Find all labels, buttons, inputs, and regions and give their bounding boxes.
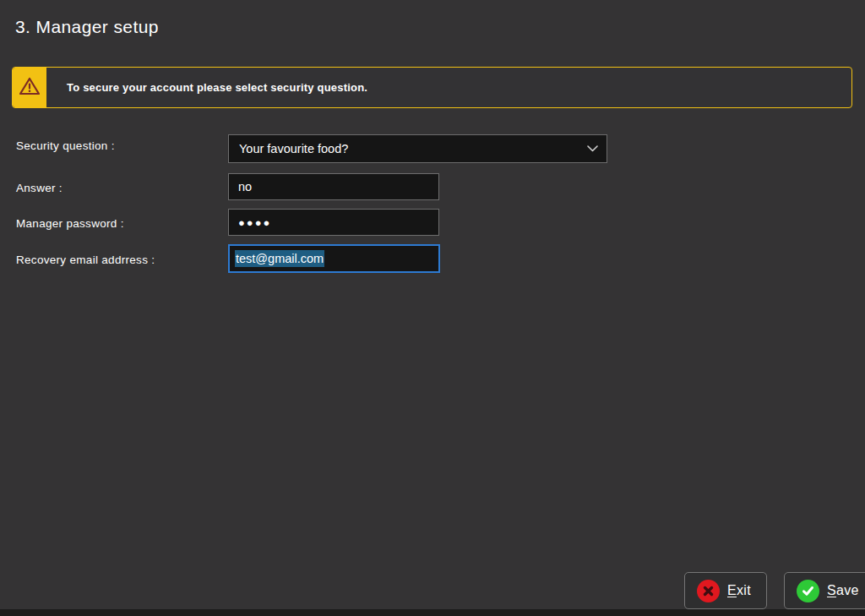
recovery-email-label: Recovery email addrress : — [16, 253, 155, 266]
security-question-label: Security question : — [16, 139, 115, 152]
security-question-value: Your favourite food? — [239, 142, 348, 155]
recovery-email-input[interactable]: test@gmail.com — [228, 244, 440, 273]
window-bottom-edge — [0, 609, 865, 616]
save-button-label: Save — [827, 583, 859, 598]
error-x-icon — [697, 580, 720, 602]
manager-password-label: Manager password : — [16, 217, 124, 230]
answer-label: Answer : — [16, 182, 63, 194]
warning-icon-box — [13, 68, 46, 107]
chevron-down-icon — [587, 145, 598, 152]
warning-banner: To secure your account please select sec… — [12, 67, 852, 108]
page-title: 3. Manager setup — [15, 17, 159, 37]
answer-input[interactable] — [228, 173, 439, 200]
check-icon — [797, 580, 819, 602]
warning-text: To secure your account please select sec… — [46, 81, 367, 94]
recovery-email-selected-text: test@gmail.com — [235, 250, 324, 267]
manager-setup-screen: 3. Manager setup To secure your account … — [0, 0, 865, 616]
save-button[interactable]: Save — [784, 572, 865, 609]
exit-button[interactable]: Exit — [684, 572, 767, 609]
manager-password-input[interactable] — [228, 209, 439, 236]
exit-button-label: Exit — [727, 583, 751, 598]
security-question-select[interactable]: Your favourite food? — [228, 134, 607, 163]
warning-triangle-icon — [19, 76, 41, 100]
